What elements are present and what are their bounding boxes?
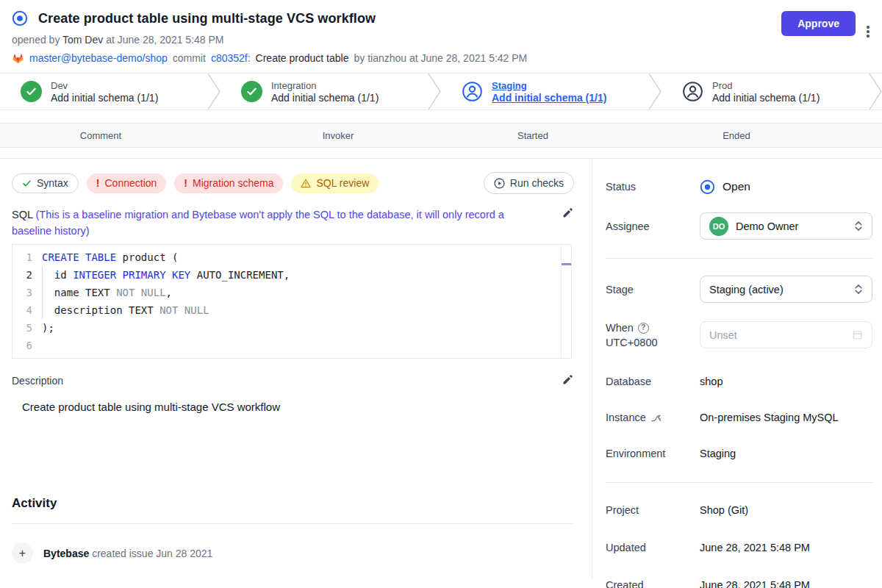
code-token: id: [42, 269, 73, 281]
stage-dev[interactable]: Dev Add initial schema (1/1): [0, 74, 207, 110]
stage-staging[interactable]: Staging Add initial schema (1/1): [441, 74, 648, 110]
approve-button[interactable]: Approve: [781, 11, 856, 36]
database-row: Database shop: [606, 371, 872, 392]
status-value: Open: [723, 180, 750, 193]
stage-name: Integration: [271, 80, 379, 91]
stage-name: Prod: [712, 80, 820, 91]
opened-by-line: opened by Tom Dev at June 28, 2021 5:48 …: [12, 34, 870, 46]
stage-task: Add initial schema (1/1): [51, 92, 158, 104]
code-token: CREATE TABLE: [42, 251, 116, 263]
assignee-select[interactable]: DO Demo Owner: [700, 212, 872, 240]
when-date-input[interactable]: [700, 321, 872, 348]
activity-heading: Activity: [12, 496, 574, 511]
stage-pending-person-icon: [682, 81, 703, 102]
opened-time: at June 28, 2021 5:48 PM: [103, 34, 223, 46]
col-started: Started: [475, 130, 591, 141]
when-input-field[interactable]: [709, 329, 852, 341]
issue-header: Create product table using multi-stage V…: [0, 0, 882, 64]
commit-hash-link[interactable]: c80352f:: [211, 52, 251, 64]
stage-prod[interactable]: Prod Add initial schema (1/1): [662, 74, 869, 110]
stage-integration[interactable]: Integration Add initial schema (1/1): [220, 74, 428, 110]
check-badge-label: Connection: [104, 177, 157, 189]
description-text: Create product table using multi-stage V…: [22, 401, 574, 496]
sql-baseline-note: (This is a baseline migration and Byteba…: [12, 209, 504, 237]
chevron-up-down-icon: [854, 284, 863, 295]
line-number: 4: [12, 301, 42, 319]
status-row: Status Open: [606, 176, 872, 197]
code-line: 4 description TEXT NOT NULL: [12, 301, 571, 319]
when-row: When ? UTC+0800: [606, 320, 872, 350]
check-badge-connection[interactable]: ! Connection: [87, 173, 167, 193]
database-value[interactable]: shop: [700, 376, 723, 387]
help-icon[interactable]: ?: [638, 323, 649, 334]
calendar-icon: [852, 329, 863, 340]
check-badge-migration-schema[interactable]: ! Migration schema: [174, 173, 283, 193]
activity-item: + Bytebase created issue Jun 28 2021: [12, 542, 574, 564]
edit-description-pencil-icon[interactable]: [562, 373, 574, 388]
code-line: 2 id INTEGER PRIMARY KEY AUTO_INCREMENT,: [12, 266, 571, 284]
task-run-table: Comment Invoker Started Ended: [0, 123, 882, 159]
stage-separator-chevron: [207, 74, 220, 110]
opened-user: Tom Dev: [62, 34, 103, 46]
updated-label: Updated: [606, 542, 700, 553]
check-badge-label: SQL review: [316, 177, 369, 189]
code-line: 1CREATE TABLE product (: [12, 248, 571, 266]
line-number: 3: [12, 284, 42, 301]
check-icon: [22, 179, 32, 188]
stage-select[interactable]: Staging (active): [700, 276, 872, 303]
stage-done-icon: [241, 81, 262, 102]
created-value: June 28, 2021 5:48 PM: [700, 579, 810, 588]
line-number: 2: [12, 266, 42, 284]
stage-pipeline: Dev Add initial schema (1/1) Integration…: [0, 73, 882, 110]
project-row: Project Shop (Git): [606, 500, 872, 520]
code-token: NOT NULL: [116, 287, 165, 298]
check-badge-syntax[interactable]: Syntax: [12, 173, 79, 193]
activity-user: Bytebase: [43, 548, 89, 559]
description-label: Description: [12, 375, 63, 387]
run-checks-button[interactable]: Run checks: [484, 172, 574, 194]
stage-label: Stage: [606, 284, 700, 295]
line-number: 5: [12, 319, 42, 337]
instance-label: Instance: [606, 412, 646, 423]
sql-label: SQL: [12, 209, 36, 220]
commit-meta: by tianzhou at June 28, 2021 5:42 PM: [354, 52, 527, 64]
project-value[interactable]: Shop (Git): [700, 504, 748, 516]
gitlab-icon: [12, 52, 24, 64]
code-token: NOT NULL: [159, 304, 209, 316]
task-table-header: Comment Invoker Started Ended: [0, 123, 882, 148]
commit-message: Create product table: [256, 52, 349, 64]
edit-sql-pencil-icon[interactable]: [562, 207, 574, 239]
activity-divider: [12, 523, 574, 524]
code-token: ,: [166, 287, 172, 298]
stage-done-icon: [21, 81, 42, 102]
plus-icon: +: [12, 542, 33, 564]
warning-triangle-icon: [301, 179, 311, 188]
error-bang-icon: !: [184, 177, 187, 189]
created-row: Created June 28, 2021 5:48 PM: [606, 575, 872, 588]
stage-separator-chevron: [648, 74, 662, 110]
when-label: When: [606, 320, 634, 335]
sql-section-header: SQL (This is a baseline migration and By…: [12, 207, 574, 239]
more-actions-menu-icon[interactable]: •••: [861, 25, 875, 38]
stage-task: Add initial schema (1/1): [492, 92, 606, 104]
editor-minimap-scrollbar[interactable]: [561, 245, 571, 358]
branch-repo-link[interactable]: master@bytebase-demo/shop: [29, 52, 168, 64]
issue-main-panel: Syntax ! Connection ! Migration schema S…: [0, 159, 592, 578]
commit-word: commit: [173, 52, 206, 64]
stage-separator-chevron: [428, 74, 441, 110]
project-label: Project: [606, 504, 700, 516]
stage-name: Dev: [51, 80, 158, 91]
check-badge-label: Migration schema: [193, 177, 274, 189]
code-token: INTEGER PRIMARY KEY: [73, 269, 190, 281]
stage-task: Add initial schema (1/1): [271, 92, 379, 104]
error-bang-icon: !: [96, 177, 100, 189]
check-badge-sql-review[interactable]: SQL review: [291, 173, 379, 193]
instance-value[interactable]: On-premises Staging MySQL: [700, 412, 839, 423]
updated-row: Updated June 28, 2021 5:48 PM: [606, 537, 872, 558]
assignee-row: Assignee DO Demo Owner: [606, 212, 872, 240]
sql-code-editor[interactable]: 1CREATE TABLE product ( 2 id INTEGER PRI…: [12, 244, 572, 359]
status-label: Status: [606, 181, 700, 193]
chevron-up-down-icon: [854, 220, 863, 232]
environment-value: Staging: [700, 448, 736, 459]
line-number: 1: [12, 248, 42, 266]
